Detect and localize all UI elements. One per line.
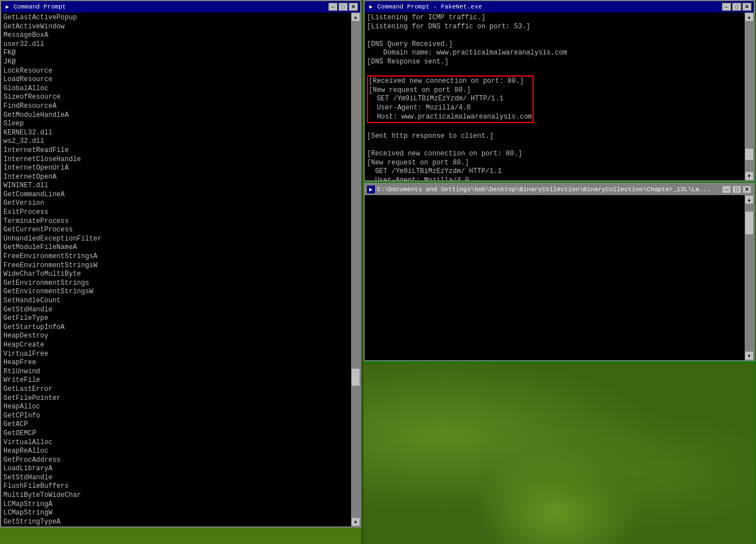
binary-maximize-btn[interactable]: □ [732, 185, 741, 193]
fakenet-title-bar: ▶ Command Prompt - FakeNet.exe ─ □ ✕ [365, 1, 754, 12]
left-cmd-icon: ▶ [3, 3, 11, 11]
fakenet-scroll-thumb[interactable] [745, 149, 753, 160]
desktop-background [364, 363, 755, 544]
binary-close-btn[interactable]: ✕ [742, 185, 751, 193]
binary-scroll-down[interactable]: ▼ [745, 351, 754, 360]
left-title-bar-left: ▶ Command Prompt [3, 3, 66, 11]
fakenet-cmd-icon: ▶ [367, 3, 375, 11]
fakenet-scroll-down[interactable]: ▼ [745, 171, 754, 180]
left-minimize-btn[interactable]: ─ [328, 3, 337, 11]
left-scroll-thumb[interactable] [352, 369, 360, 386]
left-maximize-btn[interactable]: □ [339, 3, 348, 11]
binary-scroll-up[interactable]: ▲ [745, 195, 754, 204]
left-scroll-track[interactable] [351, 22, 360, 517]
binary-scroll-track[interactable] [745, 204, 754, 351]
fakenet-title-bar-left: ▶ Command Prompt - FakeNet.exe [367, 3, 482, 11]
fakenet-window: ▶ Command Prompt - FakeNet.exe ─ □ ✕ [Li… [364, 0, 755, 182]
binary-window: ▶ C:\Documents and Settings\bob\Desktop\… [364, 183, 755, 361]
left-title-bar: ▶ Command Prompt ─ □ ✕ [1, 1, 360, 12]
left-close-btn[interactable]: ✕ [349, 3, 358, 11]
fakenet-scroll-track[interactable] [745, 22, 754, 171]
binary-title-bar-left: ▶ C:\Documents and Settings\bob\Desktop\… [367, 185, 711, 193]
binary-title-buttons: ─ □ ✕ [722, 185, 751, 193]
left-cmd-window: ▶ Command Prompt ─ □ ✕ GetLastActivePopu… [0, 0, 361, 528]
binary-cmd-icon: ▶ [367, 185, 375, 193]
left-window-title: Command Prompt [14, 3, 66, 10]
binary-cmd-content [365, 195, 754, 360]
binary-window-title: C:\Documents and Settings\bob\Desktop\Bi… [377, 186, 711, 193]
left-scroll-down[interactable]: ▼ [351, 517, 360, 526]
left-cmd-content: GetLastActivePopup GetActiveWindow Messa… [1, 12, 360, 526]
binary-minimize-btn[interactable]: ─ [722, 185, 731, 193]
binary-scrollbar[interactable]: ▲ ▼ [745, 195, 754, 360]
left-title-buttons: ─ □ ✕ [328, 3, 358, 11]
fakenet-close-btn[interactable]: ✕ [742, 3, 751, 11]
left-scrollbar[interactable]: ▲ ▼ [351, 12, 360, 526]
binary-scroll-thumb[interactable] [745, 212, 753, 234]
desktop-bg-bottom-left [0, 528, 361, 544]
fakenet-maximize-btn[interactable]: □ [732, 3, 741, 11]
binary-title-bar: ▶ C:\Documents and Settings\bob\Desktop\… [365, 184, 754, 195]
desktop-texture [364, 363, 755, 544]
vertical-separator [361, 0, 364, 544]
fakenet-scrollbar[interactable]: ▲ ▼ [745, 12, 754, 180]
fakenet-cmd-content: [Listening for ICMP traffic.] [Listening… [365, 12, 754, 180]
left-scroll-up[interactable]: ▲ [351, 12, 360, 22]
fakenet-minimize-btn[interactable]: ─ [722, 3, 731, 11]
fakenet-title-buttons: ─ □ ✕ [722, 3, 751, 11]
fakenet-window-title: Command Prompt - FakeNet.exe [377, 3, 482, 10]
fakenet-scroll-up[interactable]: ▲ [745, 12, 754, 22]
